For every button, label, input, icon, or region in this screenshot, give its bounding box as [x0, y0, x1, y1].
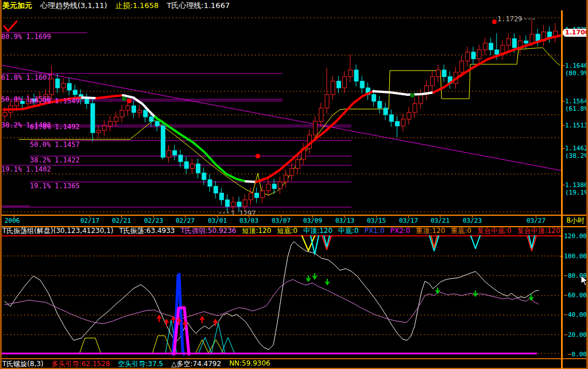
trading-app-window: 美元加元 心理趋势线(3,1,11) 止损:1.1658 T氏心理线:1.166…	[0, 0, 588, 369]
candlestick	[144, 110, 148, 117]
osc-axis-label: 40.00	[568, 311, 587, 318]
osc-axis-label: 0.00	[572, 351, 587, 358]
fib-label: 19.1% 1.1365	[30, 182, 80, 190]
date-axis[interactable]: 200602/1702/2102/2302/2703/0103/0303/070…	[0, 215, 562, 227]
oscillator-axis: 120.00100.0080.0060.0040.0020.000.00	[563, 230, 588, 357]
fib-label: 19.1% 1.1402	[1, 165, 51, 173]
candlestick	[314, 122, 318, 135]
candlestick	[184, 162, 188, 169]
candlestick	[548, 32, 552, 37]
status-value: 空头引导:37.5	[118, 359, 163, 368]
candlestick	[536, 34, 540, 41]
candlestick	[360, 81, 364, 88]
t-strength-line	[5, 279, 539, 324]
candlestick	[336, 81, 341, 88]
psy-trend-line	[82, 98, 96, 98]
fib-label: 80.9% 1.1699	[1, 33, 51, 41]
candlestick	[331, 81, 335, 94]
trendline-diagonal	[0, 65, 561, 170]
signal-dot	[256, 154, 260, 158]
main-candlestick-chart[interactable]: 1.17291.129780.9% 1.169961.8% 1.160750.0…	[0, 10, 562, 215]
price-axis-label: 1.1646(80.9%)	[565, 62, 588, 77]
candlestick	[483, 43, 487, 50]
candlestick	[3, 112, 7, 116]
candlestick	[161, 126, 165, 157]
candlestick	[278, 182, 282, 189]
indicator-value: T氏振荡:63.4933	[119, 227, 175, 235]
indicator-value: 中顶:120	[303, 227, 332, 235]
candlestick	[296, 160, 300, 169]
candlestick	[61, 83, 65, 88]
candlestick	[167, 150, 171, 157]
sell-arrow-icon	[436, 288, 439, 293]
candlestick	[131, 106, 136, 112]
candlestick	[109, 122, 113, 126]
oscillator-panel[interactable]	[0, 235, 562, 358]
candlestick	[155, 122, 159, 126]
date-label: 03/21	[431, 217, 450, 224]
candlestick	[231, 202, 235, 207]
indicator-value: PX1:0	[365, 227, 385, 235]
stop-loss-value: 止损:1.1658	[115, 1, 159, 11]
indicator-value: 重底:0	[451, 227, 471, 235]
candlestick	[284, 175, 288, 182]
v-marker-icon	[311, 236, 319, 254]
date-label: 03/09	[303, 217, 322, 224]
psy-trend-line	[256, 91, 373, 182]
v-marker-icon	[471, 236, 480, 248]
indicator-value: 短顶:120	[242, 227, 271, 235]
indicator-value: 中底:0	[338, 227, 359, 235]
price-axis-label: 1.1564(61.8%)	[565, 98, 588, 112]
candlestick	[272, 184, 276, 189]
candlestick	[442, 70, 446, 77]
title-bar: 美元加元 心理趋势线(3,1,11) 止损:1.1658 T氏心理线:1.166…	[2, 1, 586, 10]
candlestick	[384, 108, 388, 115]
osc-yellow-signal	[208, 340, 224, 354]
sell-arrow-icon	[529, 294, 533, 300]
osc-axis-label: 60.00	[568, 292, 587, 299]
signal-dot	[122, 96, 126, 101]
osc-axis-label: 20.00	[568, 331, 587, 339]
date-label: 02/17	[80, 217, 99, 224]
candlestick	[126, 106, 130, 110]
osc-axis-label: 100.00	[564, 253, 587, 260]
candlestick	[96, 130, 100, 133]
candlestick	[149, 117, 153, 122]
candlestick	[349, 70, 353, 77]
candlestick	[261, 191, 265, 198]
candlestick	[102, 126, 106, 130]
indicator-value: T氏振荡组(解盘)(30,123,41230,1)	[2, 227, 113, 235]
candlestick	[395, 122, 399, 126]
candlestick	[266, 184, 270, 191]
candlestick	[460, 61, 464, 72]
candlestick	[214, 187, 218, 193]
candlestick	[524, 41, 528, 43]
timeframe-label[interactable]: 8小时	[563, 215, 588, 227]
candlestick	[419, 95, 423, 104]
candlestick	[219, 193, 223, 200]
candlestick	[243, 200, 247, 207]
fib-label: 38.2% 1.1422	[30, 156, 80, 164]
fib-label: 61.8% 1.1492	[30, 123, 80, 131]
symbol-name[interactable]: 美元加元	[2, 1, 32, 11]
candlestick	[190, 164, 194, 169]
candlestick	[354, 70, 358, 81]
candlestick	[477, 50, 481, 59]
date-label: 03/17	[399, 217, 418, 224]
date-label: 03/03	[239, 217, 258, 224]
indicator-value: T氏强弱:50.9236	[180, 227, 236, 235]
candlestick	[226, 200, 230, 207]
buy-arrow-icon	[200, 317, 204, 323]
candlestick	[56, 79, 60, 88]
date-label: 03/15	[367, 217, 386, 224]
candlestick	[378, 102, 382, 108]
candlestick	[208, 180, 212, 187]
fib-label: 80.9% 1.1549	[30, 97, 80, 105]
price-axis-label: 1.1513	[565, 122, 588, 129]
candlestick	[495, 50, 499, 55]
high-price-note: 1.1729	[497, 15, 522, 23]
candlestick	[530, 34, 534, 44]
candlestick	[85, 99, 89, 104]
date-label: 02/21	[112, 217, 131, 224]
psy-trend-line	[96, 95, 123, 98]
